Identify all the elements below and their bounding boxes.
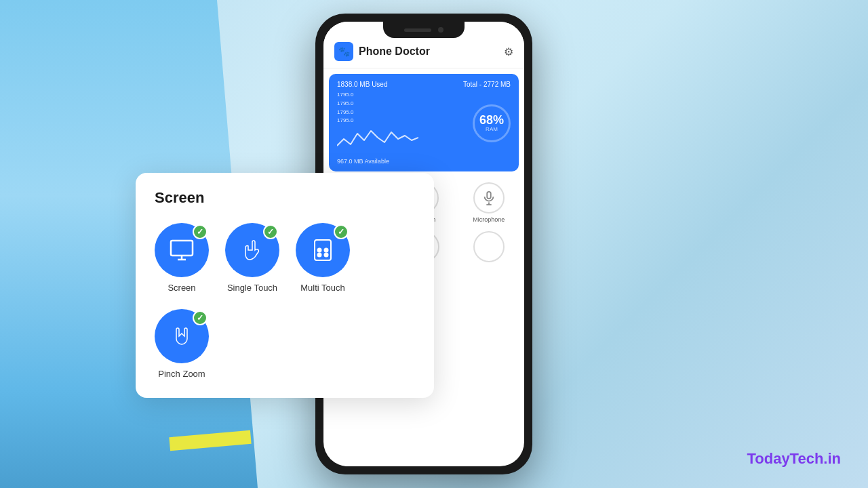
ram-wave-chart	[337, 125, 418, 152]
watermark: TodayTech.in	[747, 450, 841, 468]
single-touch-icon	[239, 237, 266, 264]
multi-touch-label: Multi Touch	[300, 283, 345, 293]
pinch-zoom-check-badge: ✓	[193, 310, 208, 325]
ram-circle: 68% RAM	[473, 104, 511, 142]
ram-available-label: 967.0 MB Available	[337, 158, 511, 165]
multi-touch-icon	[309, 237, 336, 264]
pinch-zoom-circle: ✓	[155, 309, 209, 363]
svg-point-10	[318, 253, 321, 257]
notch-camera	[438, 27, 443, 33]
multi-touch-circle: ✓	[296, 223, 350, 277]
screen-check-badge: ✓	[193, 224, 208, 239]
multi-touch-icon-item[interactable]: ✓ Multi Touch	[296, 223, 350, 293]
svg-rect-4	[171, 241, 193, 256]
microphone-icon-circle	[473, 182, 505, 214]
row2-icon3	[473, 231, 505, 262]
single-touch-icon-item[interactable]: ✓ Single Touch	[225, 223, 279, 293]
notch-speaker	[404, 28, 431, 32]
gear-icon[interactable]: ⚙	[504, 45, 513, 58]
ram-card: 1838.0 MB Used Total - 2772 MB 1795.0 17…	[329, 74, 519, 171]
multi-touch-check-badge: ✓	[334, 224, 349, 239]
ram-used-label: 1838.0 MB Used	[337, 81, 388, 88]
screen-popup: Screen ✓ Screen ✓ Singl	[136, 173, 434, 398]
app-title: Phone Doctor	[359, 45, 430, 58]
icon-grid: ✓ Screen ✓ Single Touch	[155, 223, 415, 379]
svg-point-8	[318, 249, 321, 252]
pinch-zoom-icon	[168, 323, 195, 350]
screen-icon-item[interactable]: ✓ Screen	[155, 223, 209, 293]
pinch-zoom-label: Pinch Zoom	[158, 369, 205, 379]
microphone-item[interactable]: Microphone	[473, 182, 505, 223]
screen-circle: ✓	[155, 223, 209, 277]
phone-notch	[383, 22, 465, 38]
ram-labels: 1795.0 1795.0 1795.0 1795.0	[337, 91, 473, 125]
ram-label: RAM	[486, 126, 498, 132]
screen-popup-title: Screen	[155, 189, 415, 207]
screen-label: Screen	[167, 283, 195, 293]
svg-point-9	[325, 249, 328, 252]
ram-header: 1838.0 MB Used Total - 2772 MB	[337, 81, 511, 88]
microphone-icon	[481, 190, 496, 205]
single-touch-circle: ✓	[225, 223, 279, 277]
ram-total-label: Total - 2772 MB	[463, 81, 511, 88]
single-touch-check-badge: ✓	[263, 224, 278, 239]
screen-icon	[168, 237, 195, 264]
pinch-zoom-icon-item[interactable]: ✓ Pinch Zoom	[155, 309, 209, 379]
ram-content: 1795.0 1795.0 1795.0 1795.0 68% RAM	[337, 91, 511, 155]
app-logo: 🐾	[334, 42, 353, 61]
app-header-left: 🐾 Phone Doctor	[334, 42, 430, 61]
app-logo-icon: 🐾	[338, 46, 350, 57]
svg-point-11	[325, 253, 328, 257]
microphone-label: Microphone	[473, 216, 505, 223]
ram-percent: 68%	[479, 114, 504, 126]
ram-chart: 1795.0 1795.0 1795.0 1795.0	[337, 91, 473, 155]
single-touch-label: Single Touch	[227, 283, 277, 293]
svg-rect-1	[487, 192, 491, 199]
